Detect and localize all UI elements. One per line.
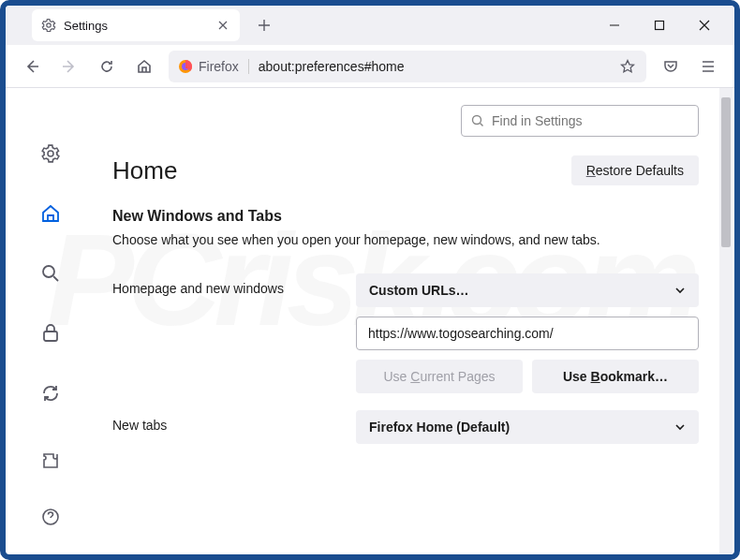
scrollbar[interactable] [719,88,733,554]
homepage-mode-dropdown[interactable]: Custom URLs… [356,273,699,307]
minimize-button[interactable] [603,14,626,37]
svg-point-3 [43,266,54,277]
scrollbar-thumb[interactable] [721,97,731,247]
settings-search-input[interactable] [492,113,688,128]
newtabs-label: New tabs [112,410,356,433]
sidebar-item-help[interactable] [36,502,66,532]
svg-rect-0 [656,22,664,30]
settings-search[interactable] [461,105,699,137]
gear-icon [41,18,56,33]
close-tab-icon[interactable] [215,18,230,33]
chevron-down-icon [674,285,686,296]
use-current-pages-button[interactable]: Use Current Pages [356,360,523,393]
restore-defaults-button[interactable]: Restore Defaults [571,155,699,185]
homepage-label: Homepage and new windows [112,273,356,296]
chevron-down-icon [674,421,686,433]
sidebar-item-general[interactable] [36,139,66,169]
tab-title: Settings [64,19,208,33]
back-button[interactable] [19,53,45,80]
homepage-url-input[interactable] [356,317,699,350]
pocket-icon[interactable] [658,53,684,80]
page-title: Home [112,156,177,185]
url-bar[interactable]: Firefox about:preferences#home [169,51,646,82]
urlbar-brand: Firefox [199,59,249,74]
sidebar-item-sync[interactable] [36,378,66,408]
bookmark-star-icon[interactable] [620,59,637,74]
svg-point-6 [473,116,481,125]
menu-button[interactable] [695,53,721,80]
reload-button[interactable] [94,53,120,80]
maximize-button[interactable] [648,14,671,37]
sidebar-item-privacy[interactable] [36,318,66,348]
svg-rect-4 [44,332,57,341]
sidebar-item-search[interactable] [36,258,66,288]
firefox-logo-icon [178,59,193,74]
section-description: Choose what you see when you open your h… [112,232,699,247]
forward-button[interactable] [56,53,82,80]
home-button[interactable] [131,53,157,80]
new-tab-button[interactable] [251,12,277,38]
section-title: New Windows and Tabs [112,208,699,225]
newtabs-dropdown[interactable]: Firefox Home (Default) [356,410,699,444]
use-bookmark-button[interactable]: Use Bookmark… [532,360,699,393]
sidebar-item-extensions[interactable] [36,446,66,476]
sidebar-item-home[interactable] [36,199,66,228]
browser-tab[interactable]: Settings [32,9,240,41]
urlbar-url: about:preferences#home [259,59,611,74]
settings-sidebar [6,88,96,554]
search-icon [471,114,484,127]
close-window-button[interactable] [693,14,716,37]
